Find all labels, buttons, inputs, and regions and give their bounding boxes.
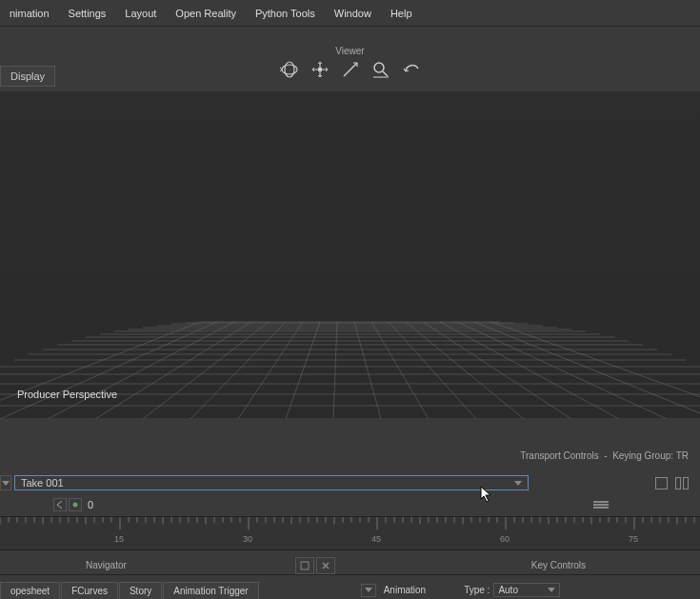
current-frame[interactable]: 0 xyxy=(88,499,93,510)
type-selector[interactable]: Auto xyxy=(493,583,560,597)
menu-animation[interactable]: nimation xyxy=(0,2,59,25)
frame-scrub-handle[interactable] xyxy=(593,500,609,509)
pan-icon[interactable] xyxy=(308,57,332,82)
type-value: Auto xyxy=(498,585,518,595)
display-button[interactable]: Display xyxy=(0,66,55,87)
svg-rect-126 xyxy=(301,562,309,569)
svg-rect-4 xyxy=(0,91,700,419)
svg-point-43 xyxy=(73,503,78,508)
ruler-tick-75: 75 xyxy=(629,534,638,544)
menu-window[interactable]: Window xyxy=(325,2,381,25)
transport-label: Transport Controls xyxy=(520,450,598,461)
layout-split-icon[interactable] xyxy=(675,477,689,489)
take-row: Take 001 xyxy=(0,474,700,491)
nav-close-button[interactable] xyxy=(316,557,335,574)
ruler-tick-45: 45 xyxy=(371,534,381,544)
menu-help[interactable]: Help xyxy=(381,2,422,25)
separator: - xyxy=(601,450,612,461)
orbit-icon[interactable] xyxy=(277,57,302,82)
tab-dopesheet[interactable]: opesheet xyxy=(0,582,60,599)
menu-open-reality[interactable]: Open Reality xyxy=(166,2,246,25)
animation-dropdown-arrow[interactable] xyxy=(361,584,376,597)
nav-maximize-button[interactable] xyxy=(295,557,314,574)
zoom-icon[interactable] xyxy=(369,57,393,82)
menu-layout[interactable]: Layout xyxy=(115,2,166,25)
timeline-ruler[interactable]: 15 30 45 60 75 xyxy=(0,516,700,550)
dolly-icon[interactable] xyxy=(338,57,363,82)
tab-story[interactable]: Story xyxy=(119,582,162,599)
viewer-label: Viewer xyxy=(335,46,364,56)
bottom-row: opesheet FCurves Story Animation Trigger… xyxy=(0,581,700,599)
viewport-3d[interactable]: Producer Perspective xyxy=(0,91,700,419)
frame-step-back[interactable] xyxy=(53,498,67,511)
tab-animation-trigger[interactable]: Animation Trigger xyxy=(163,582,258,599)
chevron-down-icon xyxy=(514,481,522,486)
panel-header-row: Navigator Key Controls xyxy=(0,556,700,575)
take-dropdown-arrow[interactable] xyxy=(0,475,11,490)
menu-bar: nimation Settings Layout Open Reality Py… xyxy=(0,0,700,27)
take-name: Take 001 xyxy=(21,477,64,489)
menu-settings[interactable]: Settings xyxy=(59,2,116,25)
undo-view-icon[interactable] xyxy=(399,57,424,82)
ruler-tick-15: 15 xyxy=(114,534,124,544)
svg-rect-2 xyxy=(318,68,322,71)
viewer-toolbar xyxy=(277,57,424,82)
ruler-tick-30: 30 xyxy=(243,534,252,544)
camera-label: Producer Perspective xyxy=(17,389,117,400)
key-controls-title: Key Controls xyxy=(531,560,586,570)
take-selector[interactable]: Take 001 xyxy=(14,475,529,490)
tab-fcurves[interactable]: FCurves xyxy=(61,582,118,599)
menu-python-tools[interactable]: Python Tools xyxy=(246,2,325,25)
transport-header: Transport Controls - Keying Group: TR xyxy=(520,450,689,461)
navigator-title: Navigator xyxy=(86,560,127,570)
type-label: Type : xyxy=(464,585,490,595)
svg-point-0 xyxy=(282,65,297,74)
animation-label: Animation xyxy=(384,585,426,595)
frame-keyframe-button[interactable] xyxy=(69,498,82,511)
svg-point-3 xyxy=(374,63,384,72)
frame-row: 0 xyxy=(0,497,700,512)
layout-single-icon[interactable] xyxy=(655,477,668,489)
keying-group-label: Keying Group: TR xyxy=(612,450,689,461)
chevron-down-icon xyxy=(548,588,555,592)
ruler-tick-60: 60 xyxy=(500,534,510,544)
